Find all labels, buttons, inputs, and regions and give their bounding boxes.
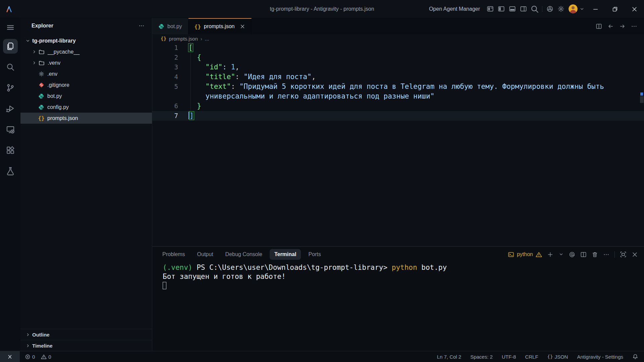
more-icon[interactable] [603,251,609,258]
editor-scrollbar[interactable] [640,96,644,103]
activity-testing-icon[interactable] [3,164,18,178]
panel-tab-output[interactable]: Output [193,249,218,260]
chevron-down-icon[interactable] [558,252,564,257]
tree-item--env[interactable]: .env [20,68,152,79]
terminal-token: python [387,263,417,272]
activity-source-control-icon[interactable] [3,80,18,95]
toggle-right-panel-button[interactable] [518,3,529,14]
errors-count[interactable]: 0 [25,354,35,360]
settings-sync[interactable]: Antigravity - Settings [577,354,623,360]
breadcrumb-file[interactable]: prompts.json [169,36,198,42]
explorer-more-actions-icon[interactable] [139,23,145,29]
folder-icon [39,49,45,55]
code-line-7[interactable]: 7] [152,111,644,121]
activity-explorer-icon[interactable] [3,39,18,54]
encoding[interactable]: UTF-8 [502,354,516,360]
eol-sequence[interactable]: CRLF [525,354,538,360]
activity-extensions-icon[interactable] [3,143,18,158]
tree-item--pycache-[interactable]: __pycache__ [20,46,152,57]
toggle-left-panel-button[interactable] [496,3,507,14]
minimize-window-button[interactable] [586,0,605,18]
editor-tab-bot-py[interactable]: bot.py [152,18,189,34]
line-content: { [178,53,644,62]
activity-run-debug-icon[interactable] [3,101,18,116]
customize-layout-button[interactable] [485,3,496,14]
panel-tab-terminal[interactable]: Terminal [270,249,301,260]
account-chevron-down-icon[interactable] [578,6,586,12]
braces-icon: {} [38,115,44,121]
toolbar-divider [614,251,615,258]
tree-root-folder[interactable]: tg-prompt-library [20,35,152,46]
file-label: .gitignore [47,82,69,88]
open-agent-manager-button[interactable]: Open Agent Manager [429,6,480,12]
browser-button[interactable] [544,3,555,14]
status-text: Antigravity - Settings [577,354,623,360]
restore-window-button[interactable] [605,0,625,18]
close-window-button[interactable] [625,0,644,18]
cursor-position[interactable]: Ln 7, Col 2 [437,354,462,360]
tree-item-bot-py[interactable]: bot.py [20,90,152,102]
panel-tab-ports[interactable]: Ports [304,249,325,260]
code-line-1[interactable]: 1[ [152,43,644,53]
line-content: "id": 1, [178,62,644,72]
file-label: .venv [48,60,60,66]
status-bar: 00 Ln 7, Col 2Spaces: 2UTF-8CRLF{}JSONAn… [0,351,644,362]
at-mention-icon[interactable] [569,251,575,258]
code-line-5[interactable]: 5"text": "Придумай 5 коротких идей для п… [152,82,644,101]
code-editor[interactable]: 1[2{3"id": 1,4"title": "Идея для поста",… [152,43,644,246]
notifications[interactable] [632,354,638,360]
code-line-4[interactable]: 4"title": "Идея для поста", [152,72,644,82]
tree-item-prompts-json[interactable]: {}prompts.json [20,113,152,124]
split-terminal-icon[interactable] [580,251,587,258]
activity-menu-icon[interactable] [3,20,18,35]
more-icon[interactable] [631,23,637,29]
sidebar-section-outline[interactable]: Outline [20,329,152,340]
activity-search-icon[interactable] [3,60,18,74]
line-number: 3 [152,62,178,72]
titlebar-divider [542,6,542,12]
code-line-2[interactable]: 2{ [152,53,644,62]
search-button[interactable] [529,3,540,14]
git-file-icon [38,82,44,88]
new-terminal-icon[interactable] [547,251,553,258]
window-title: tg-prompt-library - Antigravity - prompt… [270,6,374,12]
tree-item-config-py[interactable]: config.py [20,102,152,113]
breadcrumb-more[interactable]: ... [205,36,209,42]
settings-gear-button[interactable] [555,3,567,14]
close-panel-icon[interactable] [632,251,638,258]
kill-terminal-icon[interactable] [592,251,598,258]
editor-tab-prompts-json[interactable]: {}prompts.json [189,18,252,34]
code-token: , [235,63,239,71]
status-bar-right: Ln 7, Col 2Spaces: 2UTF-8CRLF{}JSONAntig… [437,354,644,360]
breadcrumb[interactable]: {} prompts.json › ... [152,34,644,43]
panel-tab-problems[interactable]: Problems [158,249,190,260]
panel-header: ProblemsOutputDebug ConsoleTerminalPorts… [152,247,644,262]
nav-forward-icon[interactable] [619,23,626,29]
terminal-output[interactable]: (.venv) PS C:\Users\user\Downloads\tg-pr… [152,262,644,351]
code-line-3[interactable]: 3"id": 1, [152,62,644,72]
code-line-6[interactable]: 6} [152,101,644,111]
close-tab-icon[interactable] [240,24,245,29]
tree-item--venv[interactable]: .venv [20,57,152,68]
indentation[interactable]: Spaces: 2 [470,354,493,360]
file-tree: tg-prompt-library__pycache__.venv.env.gi… [20,34,152,329]
activity-remote-explorer-icon[interactable] [3,122,18,137]
nav-back-icon[interactable] [607,23,614,29]
code-token: 1 [231,63,235,71]
panel-tab-debug-console[interactable]: Debug Console [221,249,267,260]
language-mode[interactable]: {}JSON [547,354,568,360]
tree-item--gitignore[interactable]: .gitignore [20,79,152,90]
bell-icon [632,354,638,360]
code-token: : [222,63,231,71]
app-window: tg-prompt-library - Antigravity - prompt… [0,0,644,362]
shell-indicator[interactable]: python [508,251,542,258]
split-editor-icon[interactable] [596,23,602,29]
user-avatar[interactable] [569,4,578,13]
terminal-line: (.venv) PS C:\Users\user\Downloads\tg-pr… [163,263,644,272]
section-label: Timeline [32,343,53,349]
remote-indicator[interactable] [0,351,20,362]
toggle-bottom-panel-button[interactable] [507,3,518,14]
warnings-count[interactable]: 0 [41,354,51,360]
sidebar-section-timeline[interactable]: Timeline [20,340,152,351]
maximize-panel-icon[interactable] [620,251,627,258]
